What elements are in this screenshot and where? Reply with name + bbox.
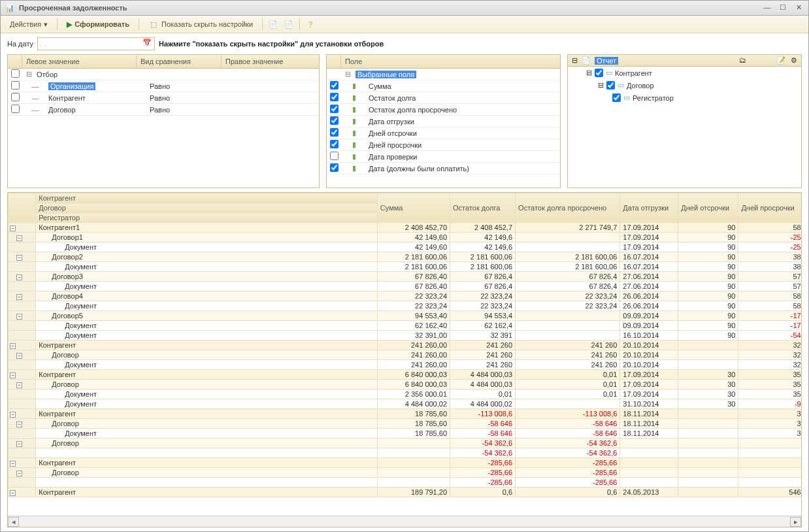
minimize-button[interactable]: — — [761, 3, 773, 13]
struct-props-icon[interactable]: ⚙ — [791, 56, 797, 65]
tree-cell[interactable]: − — [8, 252, 36, 262]
filter-checkbox[interactable] — [11, 81, 20, 90]
struct-checkbox[interactable] — [612, 93, 621, 102]
tree-cell[interactable] — [8, 478, 36, 488]
hdr-grace[interactable]: Дней отсрочки — [678, 193, 738, 223]
table-row[interactable]: − Договор -285,66 -285,66 — [8, 468, 802, 478]
expand-icon[interactable]: − — [16, 382, 22, 388]
scroll-right[interactable]: ▸ — [790, 517, 801, 527]
tree-cell[interactable] — [8, 429, 36, 439]
table-row[interactable]: Документ 42 149,60 42 149,6 17.09.2014 9… — [8, 242, 802, 252]
table-row[interactable]: Документ 67 826,40 67 826,4 67 826,4 27.… — [8, 282, 802, 291]
field-checkbox[interactable] — [330, 152, 338, 160]
table-row[interactable]: Документ 2 356 000,01 0,01 0,01 17.09.20… — [8, 390, 802, 399]
field-row[interactable]: ▮ Дата проверки — [327, 151, 560, 163]
field-row[interactable]: ▮ Дата отгрузки — [327, 116, 560, 127]
table-row[interactable]: − Договор 241 260,00 241 260 241 260 20.… — [8, 350, 802, 360]
tree-cell[interactable] — [8, 360, 36, 370]
scroll-track[interactable] — [19, 517, 790, 527]
struct-toggle-icon[interactable]: 🗂 — [739, 56, 746, 65]
hdr-registrar[interactable]: Регистратор — [36, 213, 378, 223]
expand-icon[interactable]: − — [10, 461, 16, 467]
tree-cell[interactable] — [8, 282, 36, 291]
close-button[interactable]: ✕ — [793, 3, 804, 13]
table-row[interactable]: − Контрагент 189 791,20 0,6 0,6 24.05.20… — [8, 488, 802, 497]
expand-icon[interactable]: − — [10, 225, 16, 231]
expand-icon[interactable]: − — [10, 412, 16, 418]
help-icon[interactable]: ? — [305, 19, 316, 29]
expand-icon[interactable]: ⊟ — [598, 81, 604, 90]
field-checkbox[interactable] — [330, 81, 338, 90]
date-input[interactable]: . . 📅 — [37, 37, 155, 50]
table-row[interactable]: -54 362,6 -54 362,6 — [8, 448, 802, 458]
tree-cell[interactable]: − — [8, 380, 36, 390]
struct-row[interactable]: ▭ Регистратор — [568, 91, 801, 104]
table-row[interactable]: − Договор5 94 553,40 94 553,4 09.09.2014… — [8, 311, 802, 321]
tree-cell[interactable] — [8, 390, 36, 399]
field-checkbox[interactable] — [330, 140, 338, 148]
table-row[interactable]: − Контрагент1 2 408 452,70 2 408 452,7 2… — [8, 223, 802, 233]
filter-checkbox[interactable] — [11, 93, 20, 101]
table-row[interactable]: − Контрагент -285,66 -285,66 — [8, 458, 802, 468]
tree-cell[interactable] — [8, 321, 36, 331]
table-row[interactable]: Документ 32 391,00 32 391 16.10.2014 90 … — [8, 331, 802, 341]
export-del-icon[interactable]: 📄 — [284, 19, 294, 29]
table-row[interactable]: − Договор4 22 323,24 22 323,24 22 323,24… — [8, 291, 802, 301]
table-row[interactable]: − Контрагент 18 785,60 -113 008,6 -113 0… — [8, 409, 802, 419]
expand-icon[interactable]: − — [16, 294, 22, 300]
tree-cell[interactable]: − — [8, 233, 36, 242]
field-row[interactable]: ▮ Сумма — [327, 80, 560, 92]
struct-row[interactable]: ⊟ ▭ Договор — [568, 79, 801, 91]
form-button[interactable]: ▶ Сформировать — [63, 19, 133, 30]
tree-cell[interactable]: − — [8, 223, 36, 233]
hdr-balance[interactable]: Остаток долга — [450, 193, 516, 223]
expand-icon[interactable]: − — [16, 274, 22, 280]
tree-cell[interactable]: − — [8, 350, 36, 360]
table-row[interactable]: Документ 22 323,24 22 323,24 22 323,24 2… — [8, 301, 802, 311]
collapse-icon[interactable]: ⊟ — [572, 56, 578, 65]
expand-icon[interactable]: − — [16, 422, 22, 427]
hdr-sum[interactable]: Сумма — [377, 193, 450, 223]
hscrollbar[interactable]: ◂ ▸ — [8, 516, 801, 527]
table-row[interactable]: Документ 18 785,60 -58 646 -58 646 18.11… — [8, 429, 802, 439]
filter-row[interactable]: — Организация Равно — [8, 80, 319, 92]
table-row[interactable]: Документ 4 484 000,02 4 484 000,02 31.10… — [8, 399, 802, 409]
struct-checkbox[interactable] — [595, 69, 603, 77]
scroll-left[interactable]: ◂ — [8, 517, 19, 527]
tree-cell[interactable]: − — [8, 341, 36, 350]
expand-icon[interactable]: − — [16, 441, 22, 447]
tree-cell[interactable]: − — [8, 468, 36, 478]
tree-cell[interactable] — [8, 448, 36, 458]
tree-cell[interactable]: − — [8, 409, 36, 419]
field-checkbox[interactable] — [330, 93, 338, 101]
field-checkbox[interactable] — [330, 128, 338, 137]
filter-row[interactable]: — Контрагент Равно — [8, 92, 319, 104]
grid-scroll[interactable]: Контрагент Сумма Остаток долга Остаток д… — [8, 193, 801, 516]
expand-icon[interactable]: − — [16, 353, 22, 359]
expand-icon[interactable]: − — [10, 490, 16, 496]
field-row[interactable]: ▮ Дней отсрочки — [327, 127, 560, 139]
filter-root-checkbox[interactable] — [11, 69, 20, 78]
table-row[interactable]: -285,66 -285,66 — [8, 478, 802, 488]
tree-cell[interactable] — [8, 262, 36, 272]
expand-icon[interactable]: − — [16, 235, 22, 241]
hdr-counterparty[interactable]: Контрагент — [36, 193, 378, 203]
table-row[interactable]: Документ 62 162,40 62 162,4 09.09.2014 9… — [8, 321, 802, 331]
tree-cell[interactable] — [8, 301, 36, 311]
tree-cell[interactable]: − — [8, 272, 36, 282]
calendar-icon[interactable]: 📅 — [142, 39, 153, 49]
table-row[interactable]: − Договор3 67 826,40 67 826,4 67 826,4 2… — [8, 272, 802, 282]
table-row[interactable]: − Контрагент 241 260,00 241 260 241 260 … — [8, 341, 802, 350]
table-row[interactable]: − Договор2 2 181 600,06 2 181 600,06 2 1… — [8, 252, 802, 262]
expand-icon[interactable]: − — [10, 343, 16, 349]
table-row[interactable]: − Договор 18 785,60 -58 646 -58 646 18.1… — [8, 419, 802, 429]
table-row[interactable]: Документ 2 181 600,06 2 181 600,06 2 181… — [8, 262, 802, 272]
hdr-overdue[interactable]: Остаток долга просрочено — [516, 193, 620, 223]
filter-root-row[interactable]: ⊟ Отбор — [8, 69, 319, 80]
filter-checkbox[interactable] — [11, 105, 20, 113]
expand-icon[interactable]: − — [10, 373, 16, 378]
expand-icon[interactable]: ⊟ — [586, 69, 592, 77]
tree-cell[interactable]: − — [8, 458, 36, 468]
field-row[interactable]: ▮ Остаток долга просрочено — [327, 104, 560, 116]
maximize-button[interactable]: ☐ — [777, 3, 789, 13]
